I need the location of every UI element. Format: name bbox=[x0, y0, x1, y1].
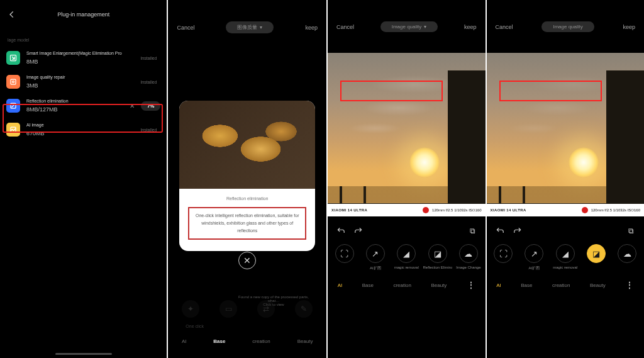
tab-beauty[interactable]: Beauty bbox=[297, 338, 313, 344]
cancel-button[interactable]: Cancel bbox=[177, 25, 194, 31]
undo-icon[interactable] bbox=[496, 227, 504, 235]
redo-icon[interactable] bbox=[354, 227, 363, 235]
svg-rect-1 bbox=[11, 79, 16, 84]
quality-selector[interactable]: Image quality bbox=[541, 21, 594, 32]
plugin-row[interactable]: Image quality repair3MB Installed bbox=[0, 70, 167, 94]
brush-tool[interactable]: ✎ bbox=[295, 300, 313, 318]
quality-selector[interactable]: Image quality ▾ bbox=[380, 21, 438, 32]
modal-description: One-click intelligent reflection elimina… bbox=[188, 207, 306, 240]
status-text: Installed bbox=[140, 56, 160, 60]
cancel-button[interactable]: Cancel bbox=[496, 24, 513, 30]
tab-creation[interactable]: creation bbox=[552, 282, 570, 288]
enlarge-icon bbox=[6, 51, 20, 65]
tab-beauty[interactable]: Beauty bbox=[431, 282, 447, 288]
tab-base[interactable]: Base bbox=[213, 338, 225, 344]
annotation-region bbox=[499, 81, 602, 101]
redo-icon[interactable] bbox=[513, 227, 522, 235]
reflection-icon bbox=[6, 99, 20, 113]
edited-photo[interactable] bbox=[328, 53, 486, 210]
oneclick-tool[interactable]: ✦ bbox=[182, 300, 199, 318]
tab-creation[interactable]: creation bbox=[393, 282, 411, 288]
tool-cloud[interactable]: ☁ bbox=[459, 244, 478, 263]
annotation-region bbox=[340, 81, 443, 101]
tool-cloud[interactable]: ☁ bbox=[618, 244, 636, 263]
tab-base[interactable]: Base bbox=[521, 282, 532, 288]
adjust-tool[interactable]: ⇄ bbox=[257, 300, 275, 318]
cancel-button[interactable]: Cancel bbox=[336, 24, 354, 30]
tab-ai[interactable]: AI bbox=[338, 282, 343, 288]
tab-ai[interactable]: AI bbox=[182, 338, 187, 344]
tool-reflection[interactable]: ◪ bbox=[428, 244, 447, 263]
close-modal-button[interactable]: ✕ bbox=[238, 252, 256, 269]
editor-modal-screen: Cancel 图像质量▾ keep Reflection elimination… bbox=[168, 0, 326, 358]
tool-reflection-active[interactable]: ◪ bbox=[587, 244, 606, 263]
repair-icon bbox=[6, 75, 20, 89]
status-text: Installed bbox=[140, 128, 160, 132]
tab-creation[interactable]: creation bbox=[252, 338, 270, 344]
home-indicator[interactable] bbox=[55, 353, 112, 355]
more-icon[interactable]: ⋮ bbox=[625, 283, 634, 288]
tool-eraser[interactable]: ◢ bbox=[556, 244, 575, 263]
tool-expand[interactable]: ↗ bbox=[525, 244, 543, 263]
page-title: Plug-in management bbox=[6, 11, 160, 18]
chevron-down-icon: ▾ bbox=[260, 25, 262, 30]
tool-expand[interactable]: ↗ bbox=[366, 244, 385, 263]
keep-button[interactable]: keep bbox=[464, 24, 477, 30]
tab-beauty[interactable]: Beauty bbox=[590, 282, 606, 288]
tab-ai[interactable]: AI bbox=[496, 282, 501, 288]
leica-logo-icon bbox=[423, 207, 429, 213]
chevron-down-icon: ▾ bbox=[424, 24, 426, 30]
tool-frame[interactable]: ⛶ bbox=[335, 244, 354, 263]
tool-eraser[interactable]: ◢ bbox=[397, 244, 416, 263]
cancel-download-icon[interactable]: ✕ bbox=[130, 103, 135, 109]
compare-icon[interactable]: ⧉ bbox=[470, 227, 475, 235]
plugin-info-modal: Reflection elimination One-click intelli… bbox=[179, 101, 315, 251]
compare-icon[interactable]: ⧉ bbox=[628, 227, 634, 235]
plugin-row[interactable]: Smart Image Enlargement(Magic Eliminatio… bbox=[0, 46, 167, 70]
leica-logo-icon bbox=[582, 207, 588, 213]
undo-icon[interactable] bbox=[336, 227, 345, 235]
modal-sample-image bbox=[179, 101, 315, 189]
watermark-bar: XIAOMI 14 ULTRA 120mm f/2.5 1/1032s ISO1… bbox=[487, 204, 645, 216]
ai-image-icon bbox=[6, 123, 20, 137]
plugin-row[interactable]: Reflection elimination8MB/127MB ✕ 7% bbox=[0, 94, 167, 118]
watermark-bar: XIAOMI 14 ULTRA 120mm f/2.5 1/1032s ISO1… bbox=[328, 204, 486, 216]
plugin-row[interactable]: AI image670MB Installed bbox=[0, 118, 167, 142]
status-text: Installed bbox=[140, 80, 160, 84]
svg-point-2 bbox=[13, 81, 14, 83]
editor-after-screen: Cancel Image quality keep After use XIAO… bbox=[487, 0, 645, 358]
section-label: lage model bbox=[0, 26, 167, 46]
tab-base[interactable]: Base bbox=[362, 282, 374, 288]
keep-button[interactable]: keep bbox=[305, 25, 318, 31]
more-icon[interactable]: ⋮ bbox=[467, 283, 475, 288]
edited-photo[interactable] bbox=[487, 53, 645, 210]
progress-pill[interactable]: 7% bbox=[141, 101, 161, 111]
keep-button[interactable]: keep bbox=[623, 24, 635, 30]
crop-tool[interactable]: ▭ bbox=[219, 300, 237, 318]
tool-frame[interactable]: ⛶ bbox=[494, 244, 513, 263]
modal-title: Reflection elimination bbox=[188, 196, 306, 201]
quality-selector[interactable]: 图像质量▾ bbox=[226, 21, 274, 33]
plugin-management-screen: Plug-in management lage model Smart Imag… bbox=[0, 0, 167, 358]
editor-before-screen: Cancel Image quality ▾ keep Before use X… bbox=[328, 0, 486, 358]
